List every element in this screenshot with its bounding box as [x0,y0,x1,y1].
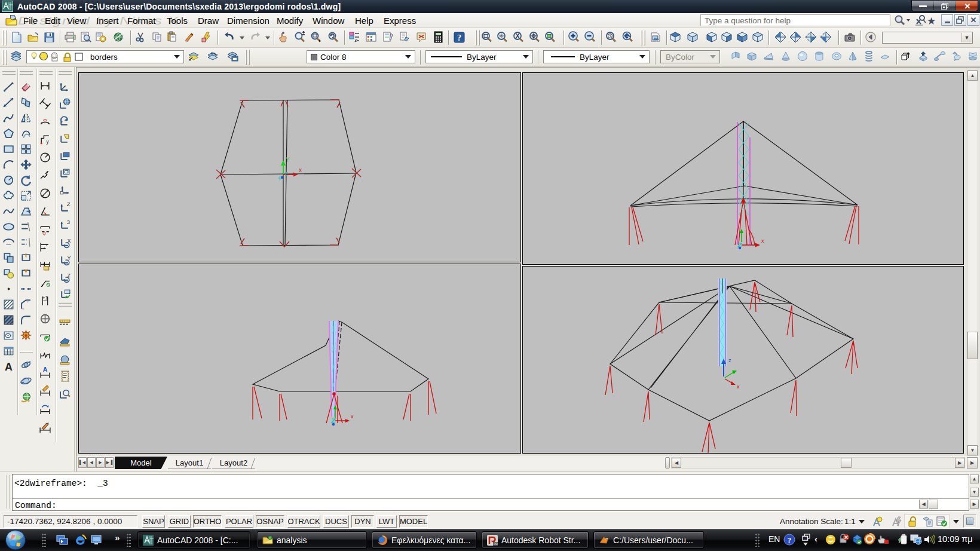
svg-text:Y: Y [68,255,71,261]
svg-text:PRO: PRO [494,542,498,546]
svg-text:+1: +1 [42,295,48,301]
svg-text:3: 3 [67,219,70,225]
svg-text:A: A [43,366,48,373]
svg-text:X: X [516,33,520,39]
svg-text:y: y [47,139,50,145]
svg-text:x: x [761,238,764,244]
svg-text:z: z [728,357,731,363]
svg-text:Q: Q [42,231,46,235]
svg-text:?: ? [788,535,792,544]
svg-text:x: x [351,414,354,420]
svg-text:Z: Z [68,273,71,278]
svg-text:Y: Y [286,157,290,163]
svg-text:x: x [299,167,302,173]
svg-text:Z: Z [67,201,71,207]
svg-text:x: x [737,384,740,390]
svg-text:?: ? [457,33,461,42]
svg-text:A: A [5,361,13,373]
svg-text:X: X [68,238,71,244]
svg-text:Z: Z [284,171,288,177]
